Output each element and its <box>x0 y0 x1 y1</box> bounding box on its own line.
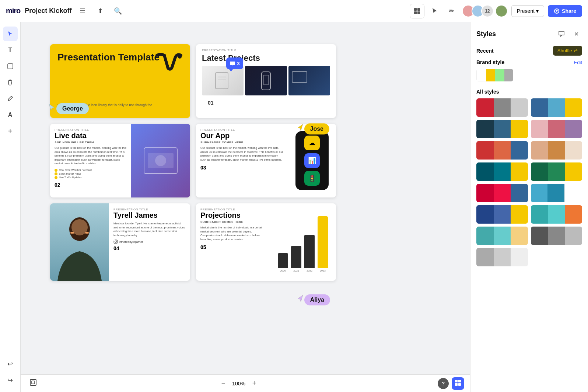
slide4-subtitle: SUBHEADER COMES HERE <box>200 141 284 144</box>
slide5-pretitle: PRESENTATION TITLE <box>113 208 186 211</box>
zoom-out-button[interactable]: − <box>218 378 228 389</box>
style-14[interactable] <box>531 227 582 245</box>
slide6-content: PRESENTATION TITLE Projections SUBHEADER… <box>196 203 336 281</box>
pen-tool[interactable] <box>3 91 18 106</box>
bottom-left <box>27 377 40 390</box>
menu-icon[interactable]: ☰ <box>76 4 89 18</box>
zoom-in-button[interactable]: + <box>249 378 259 389</box>
shuffle-button[interactable]: Shuffle ⇌ <box>553 46 582 56</box>
share-button[interactable]: Share <box>548 5 582 17</box>
chevron-down-icon: ▾ <box>536 8 539 14</box>
svg-rect-24 <box>32 381 35 384</box>
navigation-button[interactable] <box>452 377 464 390</box>
slide6-title: Projections <box>200 211 265 220</box>
hand-tool[interactable] <box>3 75 18 90</box>
miro-logo: miro <box>6 7 20 15</box>
comment-icon[interactable] <box>556 28 567 40</box>
george-label-bubble: George <box>56 103 89 114</box>
text-marker-tool[interactable]: A <box>3 108 18 122</box>
style-13[interactable] <box>476 227 528 245</box>
svg-rect-3 <box>417 11 420 14</box>
frames-button[interactable] <box>27 377 40 390</box>
bullet-dot-2 <box>55 172 57 175</box>
svg-rect-5 <box>8 64 13 69</box>
slide2-image-2 <box>245 66 287 95</box>
style-15[interactable] <box>476 248 528 266</box>
slide3-bullet-2: Stock Market News <box>55 172 127 175</box>
style-6[interactable] <box>531 141 582 160</box>
slide2-pretitle: PRESENTATION TITLE <box>202 49 330 52</box>
aliya-label-bubble: Aliya <box>304 294 330 305</box>
slide-3[interactable]: PRESENTATION TITLE Live data AND HOW WE … <box>50 124 190 197</box>
bar-value-2022 <box>304 235 315 268</box>
style-1[interactable] <box>476 98 528 117</box>
marker-tool-icon[interactable]: ✏ <box>445 4 458 18</box>
slide2-images <box>196 66 336 98</box>
style-12[interactable] <box>531 205 582 224</box>
slide2-number: 01 <box>202 98 220 107</box>
cursor-tool[interactable] <box>3 27 18 41</box>
slide1-logo <box>153 52 183 77</box>
bar-value-2021 <box>291 246 301 268</box>
svg-rect-18 <box>70 232 74 234</box>
jose-cursor: Jose <box>296 123 329 134</box>
slide3-subtitle: AND HOW WE USE THEM <box>55 141 127 144</box>
style-4[interactable] <box>531 120 582 138</box>
cursor-mode-icon[interactable] <box>428 4 441 18</box>
slide3-number: 02 <box>55 182 127 188</box>
slide3-bullet-3: Live Traffic Updates <box>55 176 127 179</box>
style-3[interactable] <box>476 120 528 138</box>
share-upload-icon[interactable]: ⬆ <box>94 4 107 18</box>
slide-6[interactable]: PRESENTATION TITLE Projections SUBHEADER… <box>196 203 336 281</box>
add-tool[interactable]: + <box>3 124 18 139</box>
shuffle-icon: ⇌ <box>574 48 578 53</box>
style-11[interactable] <box>476 205 528 224</box>
svg-point-15 <box>155 155 166 166</box>
redo-tool[interactable]: ↪ <box>3 373 18 388</box>
george-cursor: George <box>48 103 89 114</box>
topbar-right: ✏ 12 Present ▾ Share <box>410 4 582 18</box>
sticky-note-tool[interactable] <box>3 59 18 74</box>
slide4-left: PRESENTATION TITLE Our App SUBHEADER COM… <box>196 124 288 197</box>
style-10[interactable] <box>531 184 582 202</box>
style-8[interactable] <box>531 162 582 181</box>
slide6-chart: 2020 2021 2022 2023 <box>270 203 336 281</box>
slide5-title: Tyrell James <box>113 211 186 220</box>
style-9[interactable] <box>476 184 528 202</box>
slide5-number: 04 <box>113 245 186 251</box>
svg-point-6 <box>178 55 182 59</box>
slide5-content: PRESENTATION TITLE Tyrell James Meet our… <box>50 203 190 281</box>
style-2[interactable] <box>531 98 582 117</box>
collaborator-count: 12 <box>481 5 494 17</box>
slide3-body: Our product is the best on the market, w… <box>55 146 127 166</box>
slide6-body: Market size is the number of individuals… <box>200 226 265 241</box>
slide-5[interactable]: PRESENTATION TITLE Tyrell James Meet our… <box>50 203 190 281</box>
grid-apps-button[interactable] <box>410 4 424 18</box>
brand-style-section: Brand style Edit <box>476 59 582 81</box>
slide-4[interactable]: PRESENTATION TITLE Our App SUBHEADER COM… <box>196 124 336 197</box>
undo-tool[interactable]: ↩ <box>3 357 18 371</box>
brand-swatch[interactable] <box>476 69 513 81</box>
slide6-number: 05 <box>200 244 265 250</box>
slide3-pretitle: PRESENTATION TITLE <box>55 128 127 132</box>
slide4-body: Our product is the best on the market, w… <box>200 146 284 162</box>
all-styles-label: All styles <box>476 89 499 95</box>
style-5[interactable] <box>476 141 528 160</box>
close-icon[interactable]: ✕ <box>570 28 582 40</box>
help-button[interactable]: ? <box>438 378 449 389</box>
slide-2[interactable]: PRESENTATION TITLE Latest Projects 01 <box>196 44 336 118</box>
slides-container: Presentation Template We have an extensi… <box>50 44 336 281</box>
text-tool[interactable]: T <box>3 43 18 57</box>
slide6-pretitle: PRESENTATION TITLE <box>200 208 265 211</box>
search-icon[interactable]: 🔍 <box>111 4 125 18</box>
style-7[interactable] <box>476 162 528 181</box>
jose-label-bubble: Jose <box>304 123 329 134</box>
slide2-image-3 <box>288 66 330 95</box>
canvas-area[interactable]: Presentation Template We have an extensi… <box>21 22 470 392</box>
present-button[interactable]: Present ▾ <box>511 5 544 17</box>
bottom-center: − 100% + <box>218 378 259 389</box>
comment-bubble[interactable]: 3 <box>226 57 243 71</box>
avatar-3 <box>495 5 508 17</box>
svg-rect-19 <box>85 232 89 234</box>
edit-button[interactable]: Edit <box>574 60 582 65</box>
